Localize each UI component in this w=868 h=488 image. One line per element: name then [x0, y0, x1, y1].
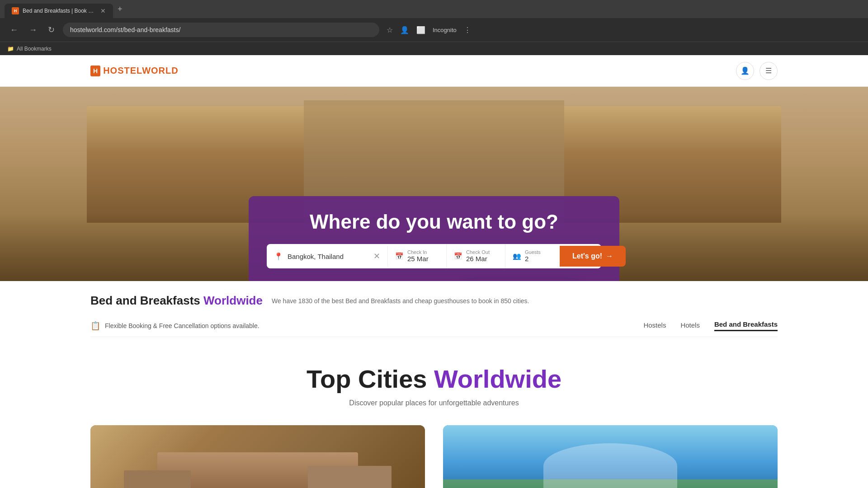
sub-title-purple: Worldwide [203, 294, 263, 307]
reload-button[interactable]: ↻ [45, 23, 57, 37]
checkout-field[interactable]: 📅 Check Out 26 Mar [447, 244, 505, 268]
checkout-calendar-icon: 📅 [454, 252, 462, 260]
puerto-card-image [443, 425, 778, 488]
guests-icon: 👥 [513, 252, 521, 260]
lets-go-button[interactable]: Let's go! → [560, 246, 626, 267]
profile-icon[interactable]: 👤 [398, 24, 411, 36]
search-form: 📍 ✕ 📅 Check In 25 Mar 📅 [267, 244, 601, 268]
hamburger-menu-button[interactable]: ☰ [760, 62, 778, 80]
checkout-label: Check Out [466, 249, 490, 255]
forward-button[interactable]: → [26, 23, 40, 37]
guests-info: Guests 2 [525, 249, 541, 263]
search-box: Where do you want to go? 📍 ✕ 📅 Check In … [249, 196, 619, 281]
new-tab-button[interactable]: + [113, 5, 127, 14]
site: H HOSTELWORLD 👤 ☰ Where do you want to g… [0, 55, 868, 488]
sub-title-plain: Bed and Breakfasts [90, 294, 203, 307]
top-cities-title: Top Cities Worldwide [90, 364, 778, 394]
address-bar[interactable] [63, 23, 379, 37]
sub-header: Bed and Breakfasts Worldwide We have 183… [90, 281, 778, 315]
top-cities-title-plain: Top Cities [307, 365, 434, 393]
checkin-calendar-icon: 📅 [395, 252, 404, 260]
bookmarks-label: 📁 All Bookmarks [7, 46, 52, 52]
browser-chrome: H Bed and Breakfasts | Book Che... ✕ + ←… [0, 0, 868, 42]
lets-go-arrow-icon: → [606, 252, 613, 260]
clear-destination-button[interactable]: ✕ [373, 251, 380, 261]
browser-tab-active[interactable]: H Bed and Breakfasts | Book Che... ✕ [5, 4, 113, 18]
checkout-value: 26 Mar [466, 255, 487, 263]
flexible-bar: 📋 Flexible Booking & Free Cancellation o… [90, 315, 778, 337]
logo-text: HOSTELWORLD [103, 66, 179, 76]
logo[interactable]: H HOSTELWORLD [90, 66, 179, 76]
guests-field[interactable]: 👥 Guests 2 [505, 244, 560, 268]
tab-title: Bed and Breakfasts | Book Che... [23, 8, 97, 14]
destination-input[interactable] [288, 253, 373, 260]
menu-icon[interactable]: ⋮ [462, 24, 473, 36]
logo-box: H [90, 66, 100, 76]
browser-tabs: H Bed and Breakfasts | Book Che... ✕ + [0, 0, 868, 18]
flexible-booking-icon: 📋 [90, 321, 100, 331]
lets-go-label: Let's go! [572, 252, 602, 260]
city-cards-container: Rome Bed and Breakfasts Puerto Natales B… [90, 425, 778, 488]
back-button[interactable]: ← [7, 23, 21, 37]
hostels-nav-link[interactable]: Hostels [643, 321, 666, 331]
sub-title-container: Bed and Breakfasts Worldwide [90, 294, 263, 308]
bed-and-breakfasts-nav-link[interactable]: Bed and Breakfasts [714, 320, 778, 331]
top-cities-title-purple: Worldwide [434, 365, 561, 393]
checkin-value: 25 Mar [407, 255, 429, 263]
destination-field[interactable]: 📍 ✕ [267, 246, 388, 267]
toolbar-actions: ☆ 👤 ⬜ Incognito ⋮ [385, 24, 473, 36]
sub-description: We have 1830 of the best Bed and Breakfa… [272, 297, 529, 305]
city-card-rome[interactable]: Rome Bed and Breakfasts [90, 425, 425, 488]
checkout-dates: Check Out 26 Mar [466, 249, 490, 263]
tab-close-button[interactable]: ✕ [100, 7, 106, 14]
checkin-field[interactable]: 📅 Check In 25 Mar [388, 244, 447, 268]
flexible-info: 📋 Flexible Booking & Free Cancellation o… [90, 321, 259, 331]
city-card-puerto[interactable]: Puerto Natales Bed and... [443, 425, 778, 488]
extensions-icon[interactable]: ⬜ [415, 24, 427, 36]
page-content: Bed and Breakfasts Worldwide We have 183… [0, 281, 868, 488]
hero-section: Where do you want to go? 📍 ✕ 📅 Check In … [0, 87, 868, 281]
bookmark-star-icon[interactable]: ☆ [385, 24, 395, 36]
guests-label: Guests [525, 249, 541, 255]
browser-toolbar: ← → ↻ ☆ 👤 ⬜ Incognito ⋮ [0, 18, 868, 42]
bookmarks-bar: 📁 All Bookmarks [0, 42, 868, 55]
checkin-label: Check In [407, 249, 429, 255]
top-cities-section: Top Cities Worldwide Discover popular pl… [90, 337, 778, 488]
site-header: H HOSTELWORLD 👤 ☰ [0, 55, 868, 87]
hotels-nav-link[interactable]: Hotels [680, 321, 700, 331]
property-type-nav: Hostels Hotels Bed and Breakfasts [643, 320, 778, 331]
search-section: Where do you want to go? 📍 ✕ 📅 Check In … [249, 196, 619, 281]
top-cities-subtitle: Discover popular places for unforgettabl… [90, 399, 778, 407]
flexible-booking-text: Flexible Booking & Free Cancellation opt… [105, 322, 259, 329]
folder-icon: 📁 [7, 46, 14, 52]
checkin-dates: Check In 25 Mar [407, 249, 429, 263]
pin-icon: 📍 [274, 252, 283, 261]
tab-favicon: H [12, 7, 19, 14]
user-account-button[interactable]: 👤 [736, 62, 754, 80]
incognito-label: Incognito [431, 25, 458, 35]
guests-value: 2 [525, 255, 528, 263]
header-actions: 👤 ☰ [736, 62, 778, 80]
search-title: Where do you want to go? [267, 211, 601, 233]
rome-card-image [90, 425, 425, 488]
